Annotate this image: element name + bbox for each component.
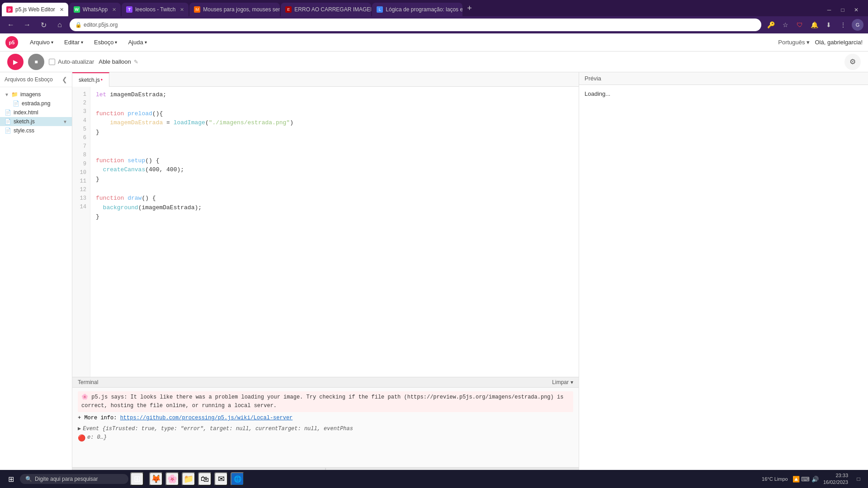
stop-button[interactable]: ■ xyxy=(28,54,44,70)
editor-tab-sketch-js[interactable]: sketch.js• xyxy=(72,72,109,87)
more-info-link[interactable]: https://github.com/processing/p5.js/wiki… xyxy=(120,415,293,421)
close-window-button[interactable]: ✕ xyxy=(850,4,863,16)
folder-expand-icon: ▼ xyxy=(5,92,9,97)
editor-tabs: sketch.js• xyxy=(72,72,579,87)
reload-button[interactable]: ↻ xyxy=(37,19,50,31)
language-selector[interactable]: Português ▾ xyxy=(778,39,809,46)
preview-title: Prévia xyxy=(585,75,601,82)
taskbar-search-icon: 🔍 xyxy=(25,476,32,482)
event-expand-icon[interactable]: ▶ xyxy=(78,425,81,433)
back-button[interactable]: ← xyxy=(5,19,17,31)
taskbar-app-chrome[interactable]: 🌐 xyxy=(231,472,244,486)
tab-logica[interactable]: L Lógica de programação: laços e... ✕ xyxy=(372,3,462,16)
maximize-button[interactable]: □ xyxy=(836,4,849,16)
menu-esboco[interactable]: Esboço ▾ xyxy=(90,37,122,47)
editor-main: 12345 678910 11121314 let imagemDaEstrad… xyxy=(72,87,579,377)
profile-icon[interactable]: G xyxy=(852,19,863,31)
file-icon-sketch: 📄 xyxy=(5,118,11,125)
tab-bar: p p5.js Web Editor ✕ W WhatsApp ✕ T leeo… xyxy=(0,0,868,16)
tab-p5js[interactable]: p p5.js Web Editor ✕ xyxy=(2,3,68,16)
show-desktop-button[interactable]: □ xyxy=(853,473,864,485)
loading-text: Loading... xyxy=(585,90,610,97)
taskbar-app-files[interactable]: 📁 xyxy=(182,472,195,486)
taskbar-app-store[interactable]: 🛍 xyxy=(198,472,212,486)
terminal-panel: Terminal Limpar ▾ 🌸 p5.js says: It looks… xyxy=(72,377,579,467)
taskbar-app-multitask[interactable]: ⊞ xyxy=(130,472,144,486)
address-input[interactable]: 🔒 editor.p5js.org xyxy=(70,19,761,31)
tab-twitch[interactable]: T leeoloos - Twitch ✕ xyxy=(122,3,189,16)
p5-logo-icon: p5 xyxy=(5,36,18,49)
sidebar-item-imagens[interactable]: ▼ 📁 imagens xyxy=(0,90,72,99)
tab-mouses[interactable]: M Mouses para jogos, mouses sem... ✕ xyxy=(189,3,280,16)
menu-arquivo[interactable]: Arquivo ▾ xyxy=(25,37,58,47)
preview-panel: Prévia Loading... xyxy=(579,72,868,470)
settings-button[interactable]: ⚙ xyxy=(844,54,861,70)
forward-button[interactable]: → xyxy=(21,19,33,31)
new-tab-button[interactable]: + xyxy=(463,4,476,13)
extension-icon[interactable]: 🛡 xyxy=(794,19,806,31)
date-display: 16/02/2023 xyxy=(823,479,848,486)
tab-label-whatsapp: WhatsApp xyxy=(83,6,108,13)
sidebar-tree: ▼ 📁 imagens 📄 estrada.png 📄 index.html 📄… xyxy=(0,87,72,470)
file-label-sketch: sketch.js xyxy=(14,118,35,125)
sidebar-item-sketch-js[interactable]: 📄 sketch.js ▼ xyxy=(0,117,72,126)
sidebar-item-index-html[interactable]: 📄 index.html xyxy=(0,108,72,117)
taskbar-app-edge[interactable]: 🦊 xyxy=(149,472,163,486)
sketch-name-display: Able balloon ✎ xyxy=(99,58,138,65)
language-arrow-icon: ▾ xyxy=(807,39,810,46)
code-content[interactable]: let imagemDaEstrada; function preload(){… xyxy=(90,87,579,377)
tab-whatsapp[interactable]: W WhatsApp ✕ xyxy=(69,3,121,16)
terminal-clear-button[interactable]: Limpar ▾ xyxy=(552,379,573,385)
download-icon[interactable]: ⬇ xyxy=(823,19,835,31)
menu-ajuda[interactable]: Ajuda ▾ xyxy=(123,37,151,47)
start-button[interactable]: ⊞ xyxy=(4,472,18,486)
file-icon-index: 📄 xyxy=(5,109,11,116)
bookmark-icon[interactable]: ☆ xyxy=(779,19,791,31)
terminal-message-event: ▶ Event {isTrusted: true, type: "error",… xyxy=(78,425,573,433)
sidebar-item-estrada-png[interactable]: 📄 estrada.png xyxy=(0,99,72,108)
warning-flower-icon: 🌸 xyxy=(81,394,91,400)
taskbar: ⊞ 🔍 Digite aqui para pesquisar ⊞ 🦊 🌸 📁 🛍… xyxy=(0,470,868,488)
terminal-message-info: + More info: https://github.com/processi… xyxy=(78,414,573,422)
file-label-style: style.css xyxy=(14,127,34,134)
tab-close-whatsapp[interactable]: ✕ xyxy=(112,7,116,13)
auto-update-label: Auto-atualizar xyxy=(58,58,94,65)
notification-bell-icon[interactable]: 🔔 xyxy=(808,19,820,31)
play-button[interactable]: ▶ xyxy=(7,54,24,70)
home-button[interactable]: ⌂ xyxy=(53,19,66,31)
auto-update-toggle[interactable]: Auto-atualizar xyxy=(49,58,94,65)
app-logo: p5 xyxy=(5,36,18,49)
taskbar-time[interactable]: 23:33 16/02/2023 xyxy=(823,472,848,486)
taskbar-search-label: Digite aqui para pesquisar xyxy=(35,476,98,482)
tab-close-twitch[interactable]: ✕ xyxy=(180,7,184,13)
code-editor[interactable]: 12345 678910 11121314 let imagemDaEstrad… xyxy=(72,87,579,377)
browser-menu-icon[interactable]: ⋮ xyxy=(837,19,849,31)
sidebar-collapse-button[interactable]: ❮ xyxy=(62,76,67,83)
minimize-button[interactable]: ─ xyxy=(823,4,835,16)
password-icon[interactable]: 🔑 xyxy=(765,19,777,31)
tab-favicon-p5js: p xyxy=(6,6,13,13)
error-text: e: 0…} xyxy=(87,433,107,442)
taskbar-right: 16°C Limpo 🔼 ⌨ 🔊 23:33 16/02/2023 □ xyxy=(762,472,864,486)
sidebar-header: Arquivos do Esboço ❮ xyxy=(0,72,72,87)
tab-close-p5js[interactable]: ✕ xyxy=(60,7,64,13)
taskbar-app-flower[interactable]: 🌸 xyxy=(165,472,179,486)
warning-text: p5.js says: It looks like there was a pr… xyxy=(81,394,563,409)
tab-favicon-mouses: M xyxy=(194,6,200,13)
editar-arrow-icon: ▾ xyxy=(81,40,83,45)
tab-erro[interactable]: E ERRO AO CARREGAR IMAGEM D... ✕ xyxy=(281,3,371,16)
tab-favicon-twitch: T xyxy=(126,6,132,13)
taskbar-weather: 16°C Limpo xyxy=(762,476,788,482)
taskbar-search[interactable]: 🔍 Digite aqui para pesquisar xyxy=(20,474,128,484)
sidebar-item-style-css[interactable]: 📄 style.css xyxy=(0,126,72,135)
taskbar-app-mail[interactable]: ✉ xyxy=(214,472,228,486)
rename-pencil-icon[interactable]: ✎ xyxy=(134,59,138,65)
terminal-body: 🌸 p5.js says: It looks like there was a … xyxy=(72,388,579,467)
auto-update-checkbox[interactable] xyxy=(49,59,55,65)
tab-label-logica: Lógica de programação: laços e... xyxy=(386,6,462,13)
sketch-name-text[interactable]: Able balloon xyxy=(99,58,131,65)
app-bar-right: Português ▾ Olá, gabrielgarcia! xyxy=(778,39,863,46)
menu-editar[interactable]: Editar ▾ xyxy=(60,37,88,47)
terminal-message-error: 🔴 e: 0…} xyxy=(78,433,573,443)
info-text: + More info: xyxy=(78,415,120,421)
